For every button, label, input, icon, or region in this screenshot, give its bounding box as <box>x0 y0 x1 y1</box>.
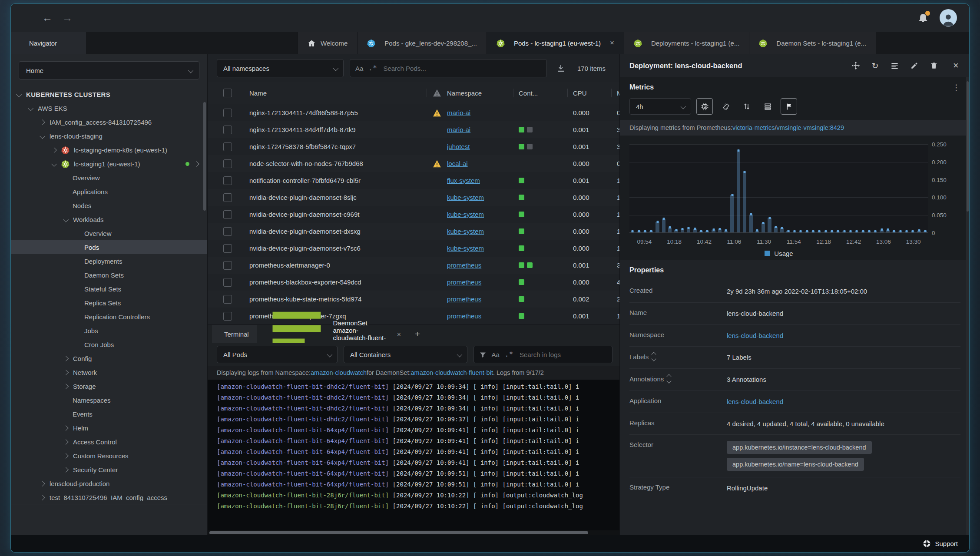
tab-pods-gke-lens-dev-298208-[interactable]: Pods - gke_lens-dev-298208_... <box>358 32 487 54</box>
dock-tab-terminal[interactable]: Terminal <box>212 325 257 343</box>
sidebar-item-network[interactable]: Network <box>11 365 207 379</box>
sidebar-item-security-center[interactable]: Security Center <box>11 463 207 477</box>
sidebar-item-namespaces[interactable]: Namespaces <box>11 393 207 407</box>
property-value[interactable]: lens-cloud-backend <box>727 331 783 341</box>
sidebar-item-helm[interactable]: Helm <box>11 421 207 435</box>
column-cpu[interactable]: CPU <box>568 89 611 97</box>
filter-funnel-icon[interactable] <box>479 351 487 358</box>
daemonset-link[interactable]: amazon-cloudwatch-fluent-bit <box>411 369 493 376</box>
table-row[interactable]: nvidia-device-plugin-daemonset-v7sc6kube… <box>208 240 619 257</box>
sidebar-item-overview[interactable]: Overview <box>11 226 207 240</box>
table-row[interactable]: nginx-1721304411-84d4ff7d4b-87tk9mario-a… <box>208 121 619 138</box>
row-checkbox[interactable] <box>223 261 232 270</box>
namespace-link[interactable]: mario-ai <box>447 126 470 133</box>
sidebar-item-jobs[interactable]: Jobs <box>11 324 207 338</box>
sidebar-item-aws-eks[interactable]: AWS EKS <box>11 101 207 115</box>
container-filter-select[interactable]: All Containers <box>344 346 467 363</box>
close-panel-icon[interactable]: × <box>951 61 960 70</box>
row-checkbox[interactable] <box>223 159 232 168</box>
row-checkbox[interactable] <box>223 210 232 219</box>
namespace-link[interactable]: juhotest <box>447 143 470 150</box>
namespace-link[interactable]: kube-system <box>447 211 484 218</box>
sidebar-item-storage[interactable]: Storage <box>11 379 207 393</box>
sidebar-item-custom-resources[interactable]: Custom Resources <box>11 449 207 463</box>
namespace-link[interactable]: prometheus <box>447 312 481 320</box>
download-icon[interactable] <box>556 63 566 73</box>
pods-search-input[interactable] <box>382 64 541 73</box>
namespace-link[interactable]: prometheus <box>447 278 481 286</box>
tab-pods-lc-staging1-eu-west-1-[interactable]: Pods - lc-staging1 (eu-west-1)× <box>487 32 624 54</box>
table-row[interactable]: prometheus-blackbox-exporter-549dcdprome… <box>208 274 619 291</box>
user-avatar[interactable] <box>940 9 957 26</box>
expand-toggle-icon[interactable] <box>667 375 671 383</box>
sidebar-item-kubernetes-clusters[interactable]: KUBERNETES CLUSTERS <box>11 87 207 101</box>
sidebar-item-pods[interactable]: Pods <box>11 240 207 254</box>
sidebar-item-stateful-sets[interactable]: Stateful Sets <box>11 282 207 296</box>
sidebar-item-workloads[interactable]: Workloads <box>11 212 207 226</box>
regex-icon[interactable]: .* <box>368 64 377 72</box>
notifications-bell-icon[interactable] <box>918 12 929 23</box>
flag-icon[interactable] <box>781 98 797 115</box>
row-checkbox[interactable] <box>223 109 232 117</box>
table-row[interactable]: nvidia-device-plugin-daemonset-8sljckube… <box>208 189 619 206</box>
back-arrow-icon[interactable]: ← <box>42 13 53 23</box>
namespace-link[interactable]: kube-system <box>447 245 484 252</box>
logs-horizontal-scrollbar[interactable] <box>208 530 619 535</box>
namespace-link[interactable]: prometheus <box>447 295 481 303</box>
tab-close-icon[interactable]: × <box>610 39 614 47</box>
property-value[interactable]: lens-cloud-backend <box>727 397 783 407</box>
sidebar-scrollbar[interactable] <box>203 102 206 211</box>
memory-metric-button[interactable] <box>718 99 734 114</box>
row-checkbox[interactable] <box>223 126 232 134</box>
sidebar-item-deployments[interactable]: Deployments <box>11 254 207 268</box>
time-range-select[interactable]: 4h <box>629 98 691 115</box>
column-warnings-icon[interactable] <box>427 89 447 97</box>
namespace-link[interactable]: prometheus <box>447 261 481 269</box>
support-button[interactable]: Support <box>923 539 958 548</box>
move-panel-icon[interactable] <box>851 61 860 70</box>
table-row[interactable]: prometheus-alertmanager-0prometheus0.001… <box>208 257 619 274</box>
kebab-menu-icon[interactable]: ⋮ <box>952 83 960 93</box>
pod-filter-select[interactable]: All Pods <box>217 346 338 363</box>
namespace-link[interactable]: kube-system <box>447 228 484 235</box>
column-containers[interactable]: Cont... <box>513 89 567 97</box>
edit-pencil-icon[interactable] <box>910 61 919 70</box>
sidebar-item-events[interactable]: Events <box>11 407 207 421</box>
menu-lines-icon[interactable] <box>890 61 899 70</box>
match-case-icon[interactable]: Aa <box>492 351 500 358</box>
sidebar-item-replication-controllers[interactable]: Replication Controllers <box>11 310 207 324</box>
sidebar-item-daemon-sets[interactable]: Daemon Sets <box>11 268 207 282</box>
sort-arrows-icon[interactable] <box>739 99 755 114</box>
namespace-select[interactable]: All namespaces <box>217 59 344 77</box>
chart-legend[interactable]: Usage <box>629 250 928 257</box>
tab-daemon-sets-lc-staging1-e-[interactable]: Daemon Sets - lc-staging1 (e... <box>749 32 876 54</box>
namespace-link[interactable]: flux-system <box>447 177 480 184</box>
table-row[interactable]: notification-controller-7bfbfd6479-cbl5r… <box>208 172 619 189</box>
row-checkbox[interactable] <box>223 227 232 236</box>
table-row[interactable]: nginx-1724758378-5fb6f5847c-tqpx7juhotes… <box>208 138 619 155</box>
refresh-icon[interactable]: ↻ <box>871 61 880 70</box>
log-output[interactable]: [amazon-cloudwatch-fluent-bit-dhdc2/flue… <box>208 380 619 530</box>
sidebar-item-test-841310725496-iam-config-acc[interactable]: test_841310725496_IAM_config_access <box>11 490 207 502</box>
match-case-icon[interactable]: Aa <box>355 65 363 72</box>
namespace-link[interactable]: amazon-cloudwatch <box>311 369 367 376</box>
row-checkbox[interactable] <box>223 312 232 321</box>
table-row[interactable]: nginx-1721304411-74df86f588-87p55mario-a… <box>208 104 619 121</box>
column-namespace[interactable]: Namespace <box>447 89 513 97</box>
row-checkbox[interactable] <box>223 295 232 304</box>
sidebar-item-overview[interactable]: Overview <box>11 171 207 185</box>
namespace-link[interactable]: kube-system <box>447 194 484 201</box>
row-checkbox[interactable] <box>223 142 232 151</box>
row-checkbox[interactable] <box>223 244 232 253</box>
regex-icon[interactable]: .* <box>505 351 513 358</box>
sidebar-item-applications[interactable]: Applications <box>11 185 207 199</box>
row-checkbox[interactable] <box>223 278 232 287</box>
namespace-link[interactable]: local-ai <box>447 160 468 167</box>
namespace-link[interactable]: mario-ai <box>447 109 470 116</box>
table-row[interactable]: nvidia-device-plugin-daemonset-dxsxgkube… <box>208 223 619 240</box>
row-checkbox[interactable] <box>223 193 232 202</box>
stacked-bars-icon[interactable] <box>760 99 775 114</box>
table-row[interactable]: nvidia-device-plugin-daemonset-c969tkube… <box>208 206 619 223</box>
victoria-metrics-link[interactable]: victoria-metrics <box>732 124 775 131</box>
sidebar-item-lc-staging1-eu-west-1-[interactable]: lc-staging1 (eu-west-1) <box>11 157 207 171</box>
